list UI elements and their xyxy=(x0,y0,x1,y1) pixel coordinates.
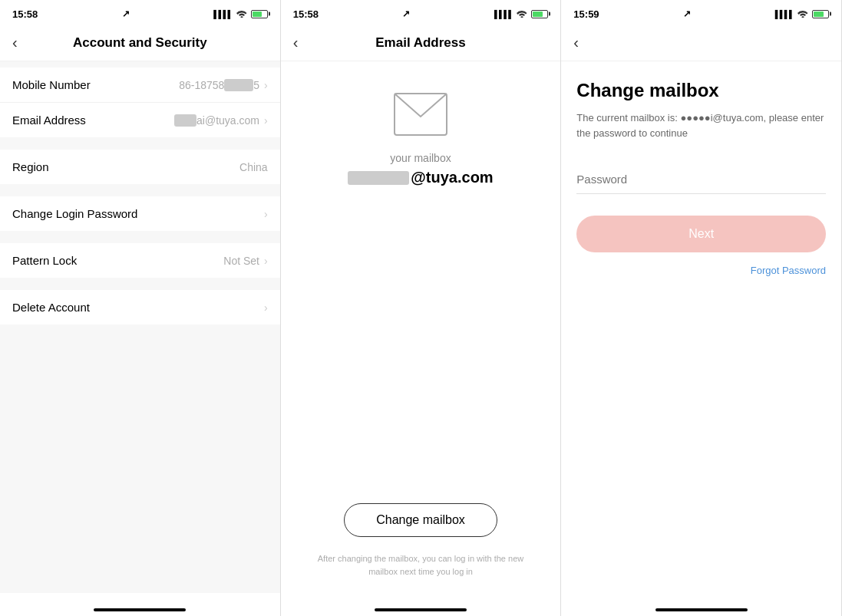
change-password-value: › xyxy=(264,208,268,220)
screen-account-security: 15:58 ↗ ▌▌▌▌ ‹ Account and Security Mobi… xyxy=(0,0,281,616)
pattern-lock-label: Pattern Lock xyxy=(12,254,77,267)
row-delete-account[interactable]: Delete Account › xyxy=(0,290,280,324)
row-email-address[interactable]: Email Address ●●ai@tuya.com › xyxy=(0,103,280,137)
divider-bottom xyxy=(0,331,280,337)
row-change-password[interactable]: Change Login Password › xyxy=(0,196,280,231)
row-mobile-number[interactable]: Mobile Number 86-18758●●●●5 › xyxy=(0,68,280,103)
change-mailbox-form: Change mailbox The current mailbox is: ●… xyxy=(561,61,841,593)
section-region: Region China xyxy=(0,150,280,184)
forgot-password-link[interactable]: Forgot Password xyxy=(576,265,826,276)
section-account: Mobile Number 86-18758●●●●5 › Email Addr… xyxy=(0,68,280,137)
signal-icon-3: ▌▌▌▌ xyxy=(775,10,794,18)
mail-icon-wrapper xyxy=(393,92,448,140)
nav-title-1: Account and Security xyxy=(73,35,207,51)
section-delete: Delete Account › xyxy=(0,290,280,324)
change-password-chevron: › xyxy=(264,208,268,220)
battery-icon-2 xyxy=(531,10,548,18)
status-time-3: 15:59 xyxy=(573,8,599,20)
region-label: Region xyxy=(12,160,49,173)
back-button-2[interactable]: ‹ xyxy=(293,31,305,54)
delete-account-value: › xyxy=(264,301,268,314)
screen-change-mailbox: 15:59 ↗ ▌▌▌▌ ‹ Change mailbox The curren… xyxy=(561,0,842,616)
password-input[interactable] xyxy=(576,165,826,194)
location-icon-1: ↗ xyxy=(122,8,130,19)
divider-1 xyxy=(0,143,280,150)
mobile-number-value: 86-18758●●●●5 › xyxy=(179,79,267,91)
battery-icon-3 xyxy=(812,10,829,18)
home-bar-2 xyxy=(375,608,467,611)
change-mailbox-description: The current mailbox is: ●●●●●i@tuya.com,… xyxy=(576,110,826,140)
home-indicator-3 xyxy=(561,593,841,616)
nav-header-2: ‹ Email Address xyxy=(281,25,561,61)
your-mailbox-label: your mailbox xyxy=(390,152,451,164)
email-chevron: › xyxy=(264,114,268,127)
change-mailbox-note: After changing the mailbox, you can log … xyxy=(296,552,546,578)
location-icon-3: ↗ xyxy=(683,8,691,19)
mobile-chevron: › xyxy=(264,79,268,91)
mobile-number-text: 86-18758●●●●5 xyxy=(179,79,259,91)
email-address-label: Email Address xyxy=(12,114,86,127)
nav-header-3: ‹ xyxy=(561,25,841,61)
mail-icon xyxy=(393,92,448,137)
email-domain-part: @tuya.com xyxy=(411,169,493,186)
next-button[interactable]: Next xyxy=(576,216,826,252)
status-time-1: 15:58 xyxy=(12,8,38,20)
row-pattern-lock[interactable]: Pattern Lock Not Set › xyxy=(0,243,280,278)
divider-4 xyxy=(0,284,280,290)
screen-email-address: 15:58 ↗ ▌▌▌▌ ‹ Email Address your mailbo… xyxy=(281,0,562,616)
divider-2 xyxy=(0,190,280,196)
wifi-icon-1 xyxy=(236,8,248,19)
wifi-icon-3 xyxy=(797,8,809,19)
nav-header-1: ‹ Account and Security xyxy=(0,25,280,61)
email-address-value: ●●ai@tuya.com › xyxy=(174,114,268,127)
section-pattern: Pattern Lock Not Set › xyxy=(0,243,280,278)
email-blurred-part xyxy=(348,171,409,185)
nav-title-2: Email Address xyxy=(375,35,465,51)
section-password: Change Login Password › xyxy=(0,196,280,231)
row-region: Region China xyxy=(0,150,280,184)
battery-icon-1 xyxy=(251,10,268,18)
home-bar-3 xyxy=(655,608,748,611)
home-bar-1 xyxy=(94,608,186,611)
status-icons-1: ▌▌▌▌ xyxy=(213,8,267,19)
status-time-2: 15:58 xyxy=(293,8,319,20)
change-password-label: Change Login Password xyxy=(12,207,137,220)
email-content: your mailbox @tuya.com Change mailbox Af… xyxy=(281,61,561,593)
mobile-number-label: Mobile Number xyxy=(12,78,91,91)
status-bar-3: 15:59 ↗ ▌▌▌▌ xyxy=(561,0,841,25)
divider-top xyxy=(0,61,280,68)
delete-account-label: Delete Account xyxy=(12,301,90,314)
back-button-1[interactable]: ‹ xyxy=(12,31,24,54)
region-value: China xyxy=(239,161,268,173)
change-mailbox-title: Change mailbox xyxy=(576,80,826,101)
status-bar-1: 15:58 ↗ ▌▌▌▌ xyxy=(0,0,280,25)
pattern-lock-value: Not Set › xyxy=(223,255,267,267)
region-text: China xyxy=(239,161,268,173)
location-icon-2: ↗ xyxy=(402,8,410,19)
status-icons-2: ▌▌▌▌ xyxy=(494,8,548,19)
status-bar-2: 15:58 ↗ ▌▌▌▌ xyxy=(281,0,561,25)
signal-icon-2: ▌▌▌▌ xyxy=(494,10,513,18)
delete-account-chevron: › xyxy=(264,301,268,314)
status-icons-3: ▌▌▌▌ xyxy=(775,8,829,19)
change-mailbox-button[interactable]: Change mailbox xyxy=(344,503,497,537)
divider-3 xyxy=(0,237,280,243)
email-display: @tuya.com xyxy=(348,169,493,186)
email-address-text: ●●ai@tuya.com xyxy=(174,114,259,127)
pattern-lock-chevron: › xyxy=(264,255,268,267)
pattern-lock-text: Not Set xyxy=(223,255,259,267)
home-indicator-2 xyxy=(281,593,561,616)
signal-icon-1: ▌▌▌▌ xyxy=(213,10,232,18)
home-indicator-1 xyxy=(0,593,280,616)
wifi-icon-2 xyxy=(516,8,528,19)
settings-list: Mobile Number 86-18758●●●●5 › Email Addr… xyxy=(0,61,280,593)
back-button-3[interactable]: ‹ xyxy=(573,31,585,54)
